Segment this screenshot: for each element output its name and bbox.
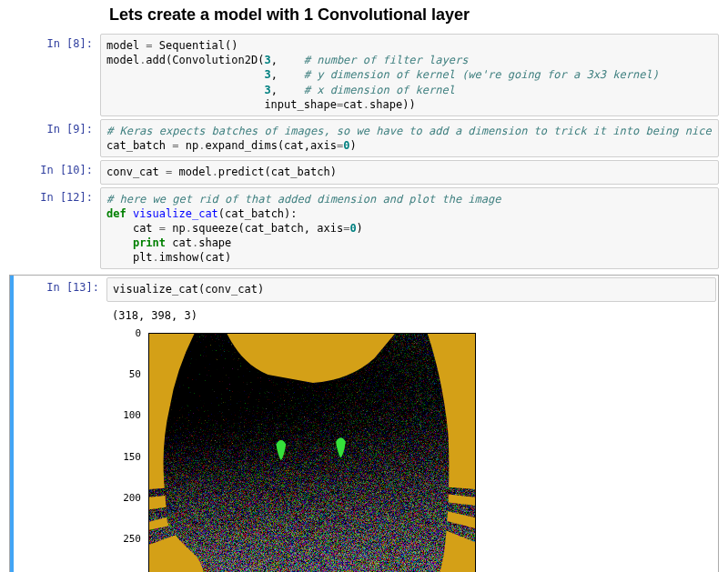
- code-token: Sequential(): [153, 39, 238, 52]
- code-cell: In [13]: visualize_cat(conv_cat): [15, 277, 716, 301]
- code-token: =: [146, 39, 152, 52]
- code-token: model: [106, 39, 146, 52]
- input-prompt: In [13]:: [15, 277, 106, 294]
- code-token: expand_dims(cat,axis: [205, 139, 337, 152]
- code-token: ,: [271, 54, 304, 66]
- y-tick: 50: [129, 367, 141, 379]
- code-token: [106, 68, 264, 81]
- code-token: cat: [133, 222, 159, 235]
- output-image: 0 50 100 150 200 250 300: [106, 326, 716, 572]
- code-token: visualize_cat(conv_cat): [113, 283, 264, 296]
- code-token: add(Convolution2D(: [146, 54, 264, 66]
- code-token: ): [349, 139, 356, 152]
- code-token: .: [212, 166, 218, 178]
- code-token: model: [106, 54, 139, 66]
- code-comment: # x dimension of kernel: [304, 84, 455, 96]
- plot-frame: 0 50 100 150 200 250 300: [112, 327, 485, 572]
- code-token: (cat_batch):: [218, 207, 298, 220]
- code-token: .: [363, 98, 369, 111]
- code-token: cat: [172, 236, 192, 249]
- code-cell: In [8]: model = Sequential() model.add(C…: [9, 34, 719, 116]
- code-token: cat_batch: [106, 139, 172, 152]
- code-token: [106, 84, 264, 96]
- code-keyword: print: [133, 236, 166, 249]
- code-token: squeeze(cat_batch, axis: [192, 222, 343, 235]
- code-input[interactable]: visualize_cat(conv_cat): [106, 277, 716, 301]
- code-token: conv_cat: [106, 166, 166, 178]
- code-comment: # y dimension of kernel (we're going for…: [304, 68, 659, 81]
- code-comment: # here we get rid of that added dimensio…: [106, 193, 500, 206]
- section-heading: Lets create a model with 1 Convolutional…: [109, 5, 719, 25]
- code-input[interactable]: # Keras expects batches of images, so we…: [100, 119, 719, 157]
- stdout-text: (318, 398, 3): [106, 304, 716, 326]
- code-token: .: [186, 222, 192, 235]
- input-prompt: In [9]:: [9, 119, 100, 135]
- code-token: ): [357, 222, 363, 235]
- selected-cell: In [13]: visualize_cat(conv_cat) (318, 3…: [9, 275, 719, 572]
- input-prompt: In [10]:: [9, 160, 100, 176]
- y-tick: 250: [123, 532, 141, 544]
- code-comment: # Keras expects batches of images, so we…: [106, 125, 712, 137]
- code-comment: # number of filter layers: [304, 54, 469, 66]
- code-token: np: [178, 139, 198, 152]
- svg-rect-0: [149, 334, 475, 572]
- code-cell: In [10]: conv_cat = model.predict(cat_ba…: [9, 160, 719, 184]
- code-token: =: [159, 222, 166, 235]
- y-axis-ticks: 0 50 100 150 200 250 300: [112, 333, 145, 572]
- code-fn: visualize_cat: [133, 207, 218, 220]
- code-token: ,: [271, 68, 304, 81]
- code-input[interactable]: conv_cat = model.predict(cat_batch): [100, 160, 719, 184]
- code-cell: In [9]: # Keras expects batches of image…: [9, 119, 719, 157]
- code-token: model: [172, 166, 211, 178]
- y-tick: 100: [123, 409, 141, 421]
- code-keyword: def: [106, 207, 126, 220]
- code-token: ,: [271, 84, 304, 96]
- code-token: 3: [264, 84, 270, 96]
- code-token: np: [166, 222, 186, 235]
- notebook-page: Lets create a model with 1 Convolutional…: [0, 0, 728, 572]
- plot-canvas: [148, 333, 476, 572]
- y-tick: 200: [123, 491, 141, 503]
- y-tick: 0: [135, 326, 141, 338]
- code-token: [106, 98, 264, 111]
- code-token: imshow(cat): [159, 251, 231, 264]
- code-token: [106, 251, 133, 264]
- code-token: plt: [133, 251, 153, 264]
- code-token: input_shape: [264, 98, 336, 111]
- code-token: [106, 222, 133, 235]
- code-token: predict(cat_batch): [218, 166, 337, 178]
- selected-cell-body: In [13]: visualize_cat(conv_cat) (318, 3…: [14, 276, 718, 572]
- code-token: shape: [198, 236, 231, 249]
- code-token: cat: [343, 98, 363, 111]
- code-token: 3: [264, 68, 270, 81]
- code-token: 3: [264, 54, 270, 66]
- cat-noise-svg: [149, 334, 475, 572]
- code-token: shape)): [369, 98, 416, 111]
- y-tick: 150: [123, 450, 141, 462]
- code-token: [126, 207, 133, 220]
- input-prompt: In [8]:: [9, 34, 100, 50]
- code-token: 0: [349, 222, 356, 235]
- code-token: [106, 236, 133, 249]
- code-input[interactable]: model = Sequential() model.add(Convoluti…: [100, 34, 719, 116]
- input-prompt: In [12]:: [9, 187, 100, 204]
- code-input[interactable]: # here we get rid of that added dimensio…: [100, 187, 719, 270]
- code-cell: In [12]: # here we get rid of that added…: [9, 187, 719, 270]
- code-token: .: [153, 251, 159, 264]
